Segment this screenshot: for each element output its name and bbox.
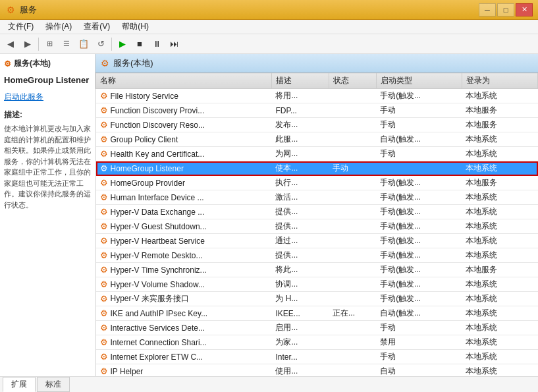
- left-panel-title: ⚙ 服务(本地): [4, 58, 91, 69]
- table-row[interactable]: ⚙Hyper-V Remote Deskto...提供...手动(触发...本地…: [96, 248, 538, 263]
- service-name-text: HomeGroup Listener: [111, 164, 184, 173]
- service-desc-cell: 发布...: [271, 118, 329, 132]
- service-icon: ⚙: [100, 178, 108, 188]
- list-button[interactable]: ☰: [59, 36, 74, 52]
- service-desc-cell: Inter...: [271, 350, 329, 364]
- service-name-text: Hyper-V 来宾服务接口: [111, 293, 189, 304]
- table-row[interactable]: ⚙Human Interface Device ...激活...手动(触发...…: [96, 190, 538, 205]
- service-name-cell: ⚙Internet Explorer ETW C...: [96, 350, 272, 364]
- service-name-cell: ⚙Function Discovery Reso...: [96, 118, 272, 132]
- service-name-cell: ⚙Hyper-V 来宾服务接口: [96, 292, 272, 306]
- service-status-cell: [329, 176, 376, 190]
- table-row[interactable]: ⚙Hyper-V Heartbeat Service通过...手动(触发...本…: [96, 234, 538, 248]
- service-description: 使本地计算机更改与加入家庭组的计算机的配置和维护相关联。如果停止或禁用此服务，你…: [4, 123, 91, 210]
- table-row[interactable]: ⚙IP Helper使用...自动本地系统: [96, 364, 538, 377]
- service-name-text: IP Helper: [111, 367, 144, 376]
- services-table-container[interactable]: 名称 描述 状态 启动类型 登录为 ⚙File History Service将…: [95, 72, 538, 376]
- service-start-cell: 手动(触发...: [376, 292, 462, 306]
- service-name-cell: ⚙Internet Connection Shari...: [96, 335, 272, 350]
- table-row[interactable]: ⚙Function Discovery Provi...FDP...手动本地服务: [96, 103, 538, 118]
- minimize-button[interactable]: ─: [479, 3, 496, 16]
- table-row[interactable]: ⚙HomeGroup Listener使本...手动本地系统: [96, 161, 538, 176]
- table-row[interactable]: ⚙Group Policy Client此服...自动(触发...本地系统: [96, 132, 538, 147]
- service-login-cell: 本地系统: [462, 132, 537, 147]
- service-login-cell: 本地系统: [462, 190, 537, 205]
- table-header-row: 名称 描述 状态 启动类型 登录为: [96, 73, 538, 89]
- services-table: 名称 描述 状态 启动类型 登录为 ⚙File History Service将…: [95, 72, 538, 376]
- table-row[interactable]: ⚙Hyper-V 来宾服务接口为 H...手动(触发...本地系统: [96, 292, 538, 306]
- service-name-cell: ⚙Hyper-V Data Exchange ...: [96, 205, 272, 219]
- service-name-text: Internet Explorer ETW C...: [111, 352, 203, 362]
- forward-button[interactable]: ▶: [20, 36, 36, 52]
- service-login-cell: 本地系统: [462, 321, 537, 335]
- service-icon: ⚙: [100, 308, 108, 318]
- status-bar: 扩展 标准: [0, 376, 538, 392]
- menu-view[interactable]: 查看(V): [78, 20, 115, 34]
- service-icon: ⚙: [100, 192, 108, 202]
- service-status-cell: [329, 132, 376, 147]
- col-header-status[interactable]: 状态: [329, 73, 376, 89]
- window-controls: ─ □ ✕: [479, 3, 533, 16]
- service-start-cell: 自动(触发...: [376, 132, 462, 147]
- table-row[interactable]: ⚙Hyper-V Volume Shadow...协调...手动(触发...本地…: [96, 277, 538, 292]
- run-button[interactable]: ▶: [115, 36, 130, 52]
- table-row[interactable]: ⚙Hyper-V Time Synchroniz...将此...手动(触发...…: [96, 263, 538, 277]
- back-button[interactable]: ◀: [3, 36, 18, 52]
- menu-file[interactable]: 文件(F): [3, 20, 39, 34]
- menu-help[interactable]: 帮助(H): [117, 20, 154, 34]
- service-start-cell: 手动(触发...: [376, 263, 462, 277]
- resume-button[interactable]: ⏭: [166, 36, 182, 52]
- table-row[interactable]: ⚙Internet Explorer ETW C...Inter...手动本地系…: [96, 350, 538, 364]
- close-button[interactable]: ✕: [516, 3, 533, 16]
- table-row[interactable]: ⚙Hyper-V Data Exchange ...提供...手动(触发...本…: [96, 205, 538, 219]
- service-name-cell: ⚙Hyper-V Volume Shadow...: [96, 277, 272, 292]
- right-panel: ⚙ 服务(本地) 名称 描述 状态 启动类型: [95, 54, 538, 376]
- stop-button[interactable]: ■: [132, 36, 148, 52]
- table-row[interactable]: ⚙Internet Connection Shari...为家...禁用本地系统: [96, 335, 538, 350]
- start-service-link[interactable]: 启动此服务: [4, 92, 91, 103]
- table-row[interactable]: ⚙Hyper-V Guest Shutdown...提供...手动(触发...本…: [96, 219, 538, 234]
- table-row[interactable]: ⚙Health Key and Certificat...为网...手动本地系统: [96, 147, 538, 161]
- export-button[interactable]: 📋: [76, 36, 92, 52]
- service-desc-cell: 为家...: [271, 335, 329, 350]
- service-login-cell: 本地服务: [462, 176, 537, 190]
- service-name-cell: ⚙IKE and AuthIP IPsec Key...: [96, 306, 272, 321]
- service-name-text: File History Service: [111, 92, 178, 101]
- service-icon: ⚙: [100, 207, 108, 217]
- service-status-cell: [329, 219, 376, 234]
- tree-button[interactable]: ⊞: [41, 36, 57, 52]
- col-header-start[interactable]: 启动类型: [376, 73, 462, 89]
- col-header-name[interactable]: 名称: [96, 73, 272, 89]
- col-header-login[interactable]: 登录为: [462, 73, 537, 89]
- service-name-text: Function Discovery Provi...: [111, 106, 205, 115]
- table-row[interactable]: ⚙IKE and AuthIP IPsec Key...IKEE...正在...…: [96, 306, 538, 321]
- service-start-cell: 手动(触发...: [376, 277, 462, 292]
- service-status-cell: [329, 147, 376, 161]
- refresh-button[interactable]: ↺: [93, 36, 109, 52]
- maximize-button[interactable]: □: [497, 3, 514, 16]
- table-row[interactable]: ⚙Function Discovery Reso...发布...手动本地服务: [96, 118, 538, 132]
- table-row[interactable]: ⚙File History Service将用...手动(触发...本地系统: [96, 89, 538, 103]
- table-row[interactable]: ⚙HomeGroup Provider执行...手动(触发...本地服务: [96, 176, 538, 190]
- service-icon: ⚙: [100, 352, 108, 362]
- service-status-cell: [329, 292, 376, 306]
- service-start-cell: 自动(触发...: [376, 306, 462, 321]
- service-start-cell: 手动(触发...: [376, 205, 462, 219]
- service-login-cell: 本地系统: [462, 335, 537, 350]
- service-desc-cell: 激活...: [271, 190, 329, 205]
- table-row[interactable]: ⚙Interactive Services Dete...启用...手动本地系统: [96, 321, 538, 335]
- service-status-cell: [329, 248, 376, 263]
- service-login-cell: 本地系统: [462, 248, 537, 263]
- service-status-cell: [329, 335, 376, 350]
- service-desc-cell: 提供...: [271, 248, 329, 263]
- service-icon: ⚙: [100, 265, 108, 275]
- pause-button[interactable]: ⏸: [149, 36, 165, 52]
- tab-standard[interactable]: 标准: [37, 377, 70, 392]
- service-icon: ⚙: [100, 236, 108, 246]
- menu-action[interactable]: 操作(A): [40, 20, 77, 34]
- service-desc-cell: 使用...: [271, 364, 329, 377]
- tab-extended[interactable]: 扩展: [3, 377, 36, 392]
- service-login-cell: 本地系统: [462, 292, 537, 306]
- col-header-desc[interactable]: 描述: [271, 73, 329, 89]
- service-desc-cell: 将此...: [271, 263, 329, 277]
